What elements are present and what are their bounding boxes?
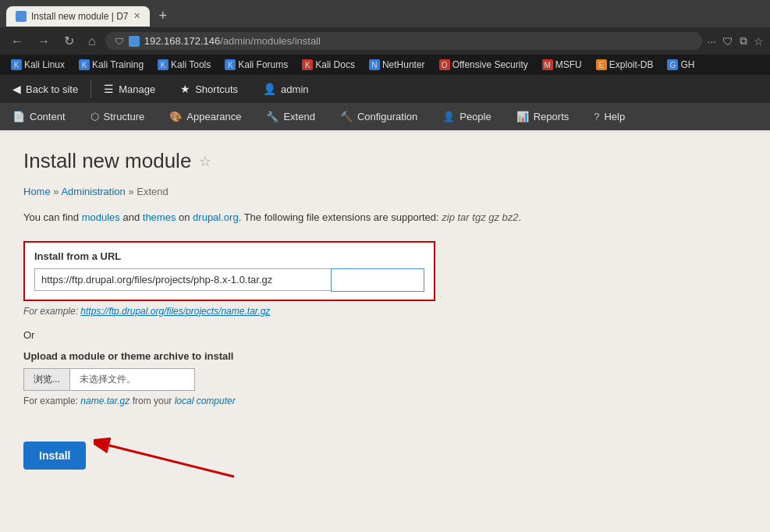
- site-favicon: [129, 36, 140, 47]
- install-url-label: Install from a URL: [34, 250, 424, 262]
- manage-label: Manage: [119, 83, 155, 95]
- bookmark-star-icon[interactable]: ☆: [754, 35, 764, 48]
- upload-example-file: name.tar.gz: [80, 395, 130, 406]
- url-example-prefix: For example:: [23, 306, 80, 317]
- bookmark-kali-docs-label: Kali Docs: [315, 59, 355, 70]
- bookmark-kali-forums[interactable]: K Kali Forums: [220, 58, 293, 72]
- admin-user-button[interactable]: 👤 admin: [250, 75, 321, 103]
- modules-link[interactable]: modules: [82, 211, 120, 223]
- forward-button[interactable]: →: [33, 33, 55, 50]
- page-content: Install new module ☆ Home » Administrati…: [0, 133, 770, 500]
- home-button[interactable]: ⌂: [83, 33, 101, 50]
- lock-icon: 🛡: [115, 36, 124, 47]
- back-to-site-button[interactable]: ◀ Back to site: [0, 75, 90, 103]
- upload-section: Upload a module or theme archive to inst…: [23, 350, 747, 406]
- url-example-link[interactable]: https://ftp.drupal.org/files/projects/na…: [80, 306, 270, 317]
- shield-icon: 🛡: [722, 35, 733, 48]
- reload-button[interactable]: ↻: [59, 32, 79, 50]
- install-button-area: Install: [23, 422, 747, 484]
- bookmarks-bar: K Kali Linux K Kali Training K Kali Tool…: [0, 55, 770, 75]
- upload-label: Upload a module or theme archive to inst…: [23, 350, 747, 362]
- favorite-star-icon[interactable]: ☆: [199, 153, 211, 170]
- menu-help[interactable]: ? Help: [581, 103, 637, 130]
- help-label: Help: [604, 111, 625, 122]
- url-input-row: [34, 268, 424, 292]
- local-computer-link[interactable]: local computer: [175, 395, 236, 406]
- install-button[interactable]: Install: [23, 442, 86, 470]
- breadcrumb-extend: Extend: [137, 186, 168, 197]
- reports-icon: 📊: [516, 111, 529, 122]
- back-button[interactable]: ←: [6, 33, 28, 50]
- page-title: Install new module: [23, 149, 191, 173]
- tab-close-button[interactable]: ✕: [133, 11, 140, 21]
- upload-example-pre: For example:: [23, 395, 80, 406]
- back-to-site-label: Back to site: [26, 83, 78, 95]
- bookmark-nethunter-label: NetHunter: [382, 59, 425, 70]
- menu-appearance[interactable]: 🎨 Appearance: [157, 103, 254, 130]
- file-input-row: 浏览... 未选择文件。: [23, 368, 747, 391]
- themes-link[interactable]: themes: [143, 211, 176, 223]
- kali-training-icon: K: [79, 59, 90, 70]
- bookmark-kali-docs[interactable]: K Kali Docs: [297, 58, 360, 72]
- svg-line-1: [109, 445, 234, 477]
- star-icon: ★: [180, 83, 190, 95]
- manage-button[interactable]: ☰ Manage: [91, 75, 168, 103]
- menu-content[interactable]: 📄 Content: [0, 103, 78, 130]
- breadcrumb-home[interactable]: Home: [23, 186, 51, 197]
- bookmark-kali-forums-label: Kali Forums: [238, 59, 288, 70]
- breadcrumb-sep-2: »: [128, 186, 137, 197]
- active-tab[interactable]: Install new module | D7 ✕: [6, 6, 150, 27]
- browser-chrome: Install new module | D7 ✕ + ← → ↻ ⌂ 🛡 19…: [0, 0, 770, 75]
- reports-label: Reports: [534, 111, 570, 122]
- bookmark-kali-training[interactable]: K Kali Training: [74, 58, 148, 72]
- appearance-icon: 🎨: [169, 111, 182, 122]
- install-url-section: Install from a URL For example: https://…: [23, 241, 747, 317]
- extend-label: Extend: [283, 111, 314, 122]
- people-label: People: [460, 111, 491, 122]
- bookmark-nethunter[interactable]: N NetHunter: [364, 58, 430, 72]
- bookmark-gh[interactable]: G GH: [662, 58, 699, 72]
- bookmark-kali-linux-label: Kali Linux: [24, 59, 65, 70]
- appearance-label: Appearance: [186, 111, 241, 122]
- bookmark-exploit-db[interactable]: E Exploit-DB: [591, 58, 658, 72]
- menu-configuration[interactable]: 🔨 Configuration: [328, 103, 430, 130]
- nav-bar: ← → ↻ ⌂ 🛡 192.168.172.146/admin/modules/…: [0, 27, 770, 55]
- copy-icon[interactable]: ⧉: [740, 34, 747, 48]
- url-input[interactable]: [34, 268, 331, 291]
- people-icon: 👤: [442, 111, 455, 122]
- bookmark-offensive-security[interactable]: O Offensive Security: [435, 58, 533, 72]
- menu-people[interactable]: 👤 People: [430, 103, 503, 130]
- extensions-button[interactable]: ···: [707, 35, 716, 48]
- shortcuts-label: Shortcuts: [195, 83, 238, 95]
- upload-example-mid: from your: [133, 395, 175, 406]
- kali-linux-icon: K: [11, 59, 22, 70]
- url-text: 192.168.172.146/admin/modules/install: [144, 35, 694, 47]
- bookmark-kali-tools[interactable]: K Kali Tools: [153, 58, 215, 72]
- bookmark-msfu[interactable]: M MSFU: [538, 58, 587, 72]
- menu-structure[interactable]: ⬡ Structure: [78, 103, 158, 130]
- menu-extend[interactable]: 🔧 Extend: [254, 103, 327, 130]
- configuration-icon: 🔨: [340, 111, 353, 122]
- url-example-text: For example: https://ftp.drupal.org/file…: [23, 306, 747, 317]
- breadcrumb-administration[interactable]: Administration: [61, 186, 125, 197]
- tab-bar: Install new module | D7 ✕ +: [0, 0, 770, 27]
- menu-icon: ☰: [104, 83, 114, 95]
- bookmark-kali-linux[interactable]: K Kali Linux: [6, 58, 69, 72]
- bookmark-kali-training-label: Kali Training: [92, 59, 144, 70]
- new-tab-button[interactable]: +: [153, 5, 174, 27]
- drupal-org-link[interactable]: drupal.org: [193, 211, 239, 223]
- structure-icon: ⬡: [90, 111, 99, 122]
- offensive-security-icon: O: [439, 59, 450, 70]
- address-bar[interactable]: 🛡 192.168.172.146/admin/modules/install: [105, 32, 703, 50]
- page-title-area: Install new module ☆: [23, 149, 747, 173]
- bookmark-kali-tools-label: Kali Tools: [171, 59, 211, 70]
- exploit-db-icon: E: [596, 59, 607, 70]
- bookmark-exploit-db-label: Exploit-DB: [609, 59, 654, 70]
- kali-forums-icon: K: [225, 59, 236, 70]
- shortcuts-button[interactable]: ★ Shortcuts: [168, 75, 250, 103]
- content-label: Content: [30, 111, 66, 122]
- back-arrow-icon: ◀: [12, 83, 21, 95]
- file-browse-button[interactable]: 浏览...: [23, 368, 70, 391]
- description-text: You can find modules and themes on drupa…: [23, 210, 747, 225]
- menu-reports[interactable]: 📊 Reports: [504, 103, 582, 130]
